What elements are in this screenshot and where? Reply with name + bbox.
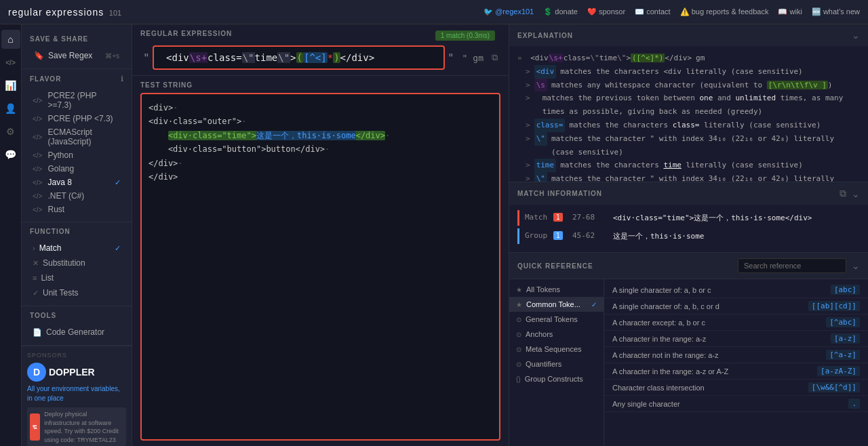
quick-ref-content: ★ All Tokens ★ Common Toke... ✓ ⊙ Genera… <box>509 279 868 446</box>
flavor-pcre[interactable]: </> PCRE (PHP <7.3) <box>30 112 123 125</box>
sponsor-label: SPONSORS <box>27 352 126 359</box>
icon-chat[interactable]: 💬 <box>1 145 20 164</box>
qr-row-5[interactable]: A character not in the range: a-z [^a-z] <box>604 347 868 363</box>
anchors-icon: ⊙ <box>516 331 521 338</box>
flavor-python[interactable]: </> Python <box>30 148 123 162</box>
nav-wiki[interactable]: 📖 wiki <box>778 7 802 16</box>
test-line-6: </div> <box>149 170 492 184</box>
regex-flag-g[interactable]: " <box>462 53 468 63</box>
qr-row-2[interactable]: A single character of: a, b, c or d [[ab… <box>604 298 868 315</box>
tool-code-generator[interactable]: 📄 Code Generator <box>30 325 123 340</box>
qr-row-7[interactable]: Character class intersection [\w&&[^d]] <box>604 380 868 396</box>
qr-nav-groups[interactable]: () Group Constructs <box>509 371 604 386</box>
sponsor-logo[interactable]: D DOPPLER <box>27 363 95 382</box>
regex-part-closetag: </div> <box>340 52 375 63</box>
icon-user[interactable]: 👤 <box>1 99 20 118</box>
qr-row-3[interactable]: A character except: a, b or c [^abc] <box>604 315 868 331</box>
flavor-golang[interactable]: </> Golang <box>30 162 123 176</box>
qr-row-4[interactable]: A character in the range: a-z [a-z] <box>604 331 868 347</box>
test-line-3: <div·class="time">这是一个，this·is·some</div… <box>149 129 492 142</box>
regex-flag-gm[interactable]: gm <box>473 53 484 63</box>
qr-nav-common[interactable]: ★ Common Toke... ✓ <box>509 297 604 312</box>
header: regular expressions 101 🐦 @regex101 💲 do… <box>0 0 868 24</box>
quick-ref-toggle[interactable]: ⌄ <box>852 260 860 271</box>
flavor-dotnet[interactable]: </> .NET (C#) <box>30 189 123 203</box>
common-check: ✓ <box>591 301 597 308</box>
regex-copy-button[interactable]: ⧉ <box>489 49 500 66</box>
flavor-ecmascript[interactable]: </> ECMAScript (JavaScript) <box>30 125 123 148</box>
nav-donate[interactable]: 💲 donate <box>543 7 578 16</box>
exp-line-main: » <div\s+class=\"time\">([^<]*)</div> gm <box>517 52 860 65</box>
regex-delimiter-close: " <box>445 52 457 64</box>
quick-ref-header: QUICK REFERENCE ⌄ <box>509 253 868 279</box>
match-check: ✓ <box>115 244 121 253</box>
function-unit-tests[interactable]: ✓ Unit Tests <box>30 285 123 300</box>
match-info-toggle[interactable]: ⌄ <box>852 188 860 199</box>
qr-row-1[interactable]: A single character of: a, b or c [abc] <box>604 282 868 298</box>
tools-section: TOOLS 📄 Code Generator <box>22 306 132 346</box>
nav-contact[interactable]: ✉️ contact <box>635 7 671 16</box>
test-string-box[interactable]: <div>· <div·class="outer">· <div·class="… <box>140 93 500 441</box>
qr-nav-all-tokens[interactable]: ★ All Tokens <box>509 282 604 297</box>
regex-delimiter-open: " <box>140 52 153 64</box>
regex-part-gt: > <box>290 52 296 63</box>
qr-nav-general[interactable]: ⊙ General Tokens <box>509 312 604 327</box>
flavor-items: </> PCRE2 (PHP >=7.3) </> PCRE (PHP <7.3… <box>30 89 123 216</box>
explanation-toggle[interactable]: ⌄ <box>852 30 860 41</box>
icon-regex[interactable]: </> <box>1 53 20 72</box>
nav-sponsor[interactable]: ❤️ sponsor <box>587 7 625 16</box>
qr-nav-anchors[interactable]: ⊙ Anchors <box>509 327 604 342</box>
save-regex-label: Save Regex <box>48 51 92 60</box>
quick-ref-search-input[interactable] <box>738 258 846 273</box>
group-highlight: 这是一个，this·is·some <box>256 131 356 140</box>
flavor-pcre2[interactable]: </> PCRE2 (PHP >=7.3) <box>30 89 123 112</box>
qr-nav-meta[interactable]: ⊙ Meta Sequences <box>509 342 604 357</box>
match-highlight: <div·class="time">这是一个，this·is·some</div… <box>168 131 385 140</box>
nav-bugs[interactable]: ⚠️ bug reports & feedback <box>680 7 769 16</box>
group-constructs-icon: () <box>516 376 521 383</box>
left-panel: ⌂ </> 📊 👤 ⚙ 💬 SAVE & SHARE 🔖 Save Regex … <box>0 24 132 446</box>
quantifiers-icon: ⊙ <box>516 361 521 368</box>
save-share-title: SAVE & SHARE <box>30 35 123 43</box>
icon-settings[interactable]: ⚙ <box>1 122 20 141</box>
test-line-1: <div>· <box>149 101 492 115</box>
function-substitution[interactable]: ✕ Substitution <box>30 256 123 270</box>
exp-line-div: > <div matches the characters <div liter… <box>526 65 860 79</box>
regex-part-group-open: ( <box>296 52 303 63</box>
match-info-section: MATCH INFORMATION ⧉ ⌄ Match 1 27-68 <div… <box>509 182 868 253</box>
exp-line-quote2: > \" matches the character " with index … <box>526 172 860 182</box>
qr-row-6[interactable]: A character in the range: a-z or A-Z [a-… <box>604 363 868 380</box>
qr-nav-quantifiers[interactable]: ⊙ Quantifiers <box>509 357 604 371</box>
sponsor-image-area[interactable]: 🏗 Deploy physical infrastructure at soft… <box>27 407 126 446</box>
match-badge: 1 match (0.3ms) <box>435 31 495 41</box>
header-nav: 🐦 @regex101 💲 donate ❤️ sponsor ✉️ conta… <box>484 7 860 16</box>
sidebar-icons: ⌂ </> 📊 👤 ⚙ 💬 <box>0 24 22 446</box>
regex-input[interactable]: <div\s+class=\"time\">([^<]*)</div> <box>153 45 445 70</box>
qr-row-8[interactable]: Any single character . <box>604 396 868 412</box>
logo: regular expressions 101 <box>8 7 121 18</box>
flavor-header: FLAVOR ℹ <box>30 75 123 83</box>
function-list-label: List <box>41 273 54 283</box>
common-tokens-icon: ★ <box>516 301 522 308</box>
explanation-content: » <div\s+class=\"time\">([^<]*)</div> gm… <box>509 46 868 182</box>
flavor-java8[interactable]: </> Java 8 ✓ <box>30 176 123 189</box>
function-list[interactable]: ≡ List <box>30 270 123 285</box>
regex-part-class-neg: [^<] <box>303 52 328 63</box>
copy-match-button[interactable]: ⧉ <box>840 188 846 199</box>
nav-twitter[interactable]: 🐦 @regex101 <box>484 7 534 16</box>
test-string-label: TEST STRING <box>140 81 500 89</box>
bookmark-icon: 🔖 <box>34 51 44 60</box>
save-regex-button[interactable]: 🔖 Save Regex ⌘+s <box>30 48 123 63</box>
sponsor-tagline: All your environment variables, in one p… <box>27 384 126 403</box>
flavor-rust[interactable]: </> Rust <box>30 203 123 216</box>
icon-chart[interactable]: 📊 <box>1 76 20 95</box>
tools-header: TOOLS <box>30 312 123 319</box>
flavor-info-icon[interactable]: ℹ <box>121 75 123 83</box>
sidebar-content: SAVE & SHARE 🔖 Save Regex ⌘+s FLAVOR ℹ <… <box>22 24 132 446</box>
function-unit-tests-label: Unit Tests <box>43 288 78 298</box>
function-match[interactable]: › Match ✓ <box>30 241 123 256</box>
nav-new[interactable]: 🆕 what's new <box>812 7 860 16</box>
logo-text: regular expressions <box>8 7 104 18</box>
test-line-5: </div>· <box>149 157 492 170</box>
icon-home[interactable]: ⌂ <box>1 30 20 49</box>
